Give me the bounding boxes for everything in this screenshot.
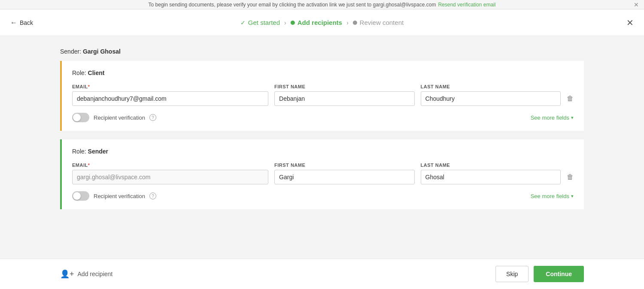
sender-name: Gargi Ghosal bbox=[83, 48, 121, 55]
steps-container: ✓ Get started › Add recipients › Review … bbox=[240, 19, 404, 26]
step-add-recipients: Add recipients bbox=[291, 19, 342, 26]
step-chevron-1: › bbox=[284, 19, 286, 26]
close-notification-icon[interactable]: ✕ bbox=[634, 1, 639, 8]
email-required-sender: * bbox=[88, 163, 90, 168]
delete-recipient-client-icon[interactable]: 🗑 bbox=[567, 95, 574, 106]
card-footer-client: Recipient verification ? See more fields… bbox=[72, 113, 574, 122]
step-chevron-2: › bbox=[346, 19, 349, 26]
footer-actions: Skip Continue bbox=[495, 266, 584, 282]
verification-label-client: Recipient verification bbox=[94, 114, 145, 121]
close-modal-icon[interactable]: ✕ bbox=[626, 18, 634, 27]
delete-recipient-sender-icon[interactable]: 🗑 bbox=[567, 173, 574, 184]
chevron-down-icon-sender: ▾ bbox=[571, 193, 574, 199]
back-arrow-icon: ← bbox=[10, 19, 17, 27]
verification-toggle-switch-client[interactable] bbox=[72, 113, 89, 122]
lastname-field-group-client: LAST NAME bbox=[421, 84, 561, 106]
lastname-field-group-sender: LAST NAME bbox=[421, 163, 561, 184]
role-label-client: Role: Client bbox=[72, 69, 574, 76]
skip-button[interactable]: Skip bbox=[495, 266, 529, 282]
firstname-label-sender: FIRST NAME bbox=[274, 163, 414, 168]
modal-body: Sender: Gargi Ghosal Role: Client EMAIL*… bbox=[0, 36, 644, 259]
lastname-input-sender[interactable] bbox=[421, 170, 561, 184]
toggle-knob-sender bbox=[73, 192, 81, 200]
see-more-label-client: See more fields bbox=[531, 114, 569, 121]
email-field-group-sender: EMAIL* bbox=[72, 163, 268, 184]
email-field-group-client: EMAIL* bbox=[72, 84, 268, 106]
step-get-started-label: Get started bbox=[248, 19, 280, 26]
firstname-input-client[interactable] bbox=[274, 91, 414, 106]
add-recipient-button[interactable]: 👤+ Add recipient bbox=[60, 269, 112, 279]
help-icon-client[interactable]: ? bbox=[149, 114, 156, 121]
email-input-sender[interactable] bbox=[72, 170, 268, 184]
step-review-content-label: Review content bbox=[360, 19, 404, 26]
sender-info: Sender: Gargi Ghosal bbox=[60, 48, 584, 55]
role-name-sender: Sender bbox=[88, 148, 108, 155]
modal-header: ← Back ✓ Get started › Add recipients › … bbox=[0, 9, 644, 36]
notification-text: To begin sending documents, please verif… bbox=[149, 2, 436, 8]
sender-prefix: Sender: bbox=[60, 48, 81, 55]
see-more-fields-sender[interactable]: See more fields ▾ bbox=[531, 193, 574, 199]
modal-footer: 👤+ Add recipient Skip Continue bbox=[0, 259, 644, 289]
modal: ← Back ✓ Get started › Add recipients › … bbox=[0, 9, 644, 289]
email-input-client[interactable] bbox=[72, 91, 268, 106]
firstname-label-client: FIRST NAME bbox=[274, 84, 414, 89]
lastname-label-client: LAST NAME bbox=[421, 84, 561, 89]
inactive-dot-icon bbox=[353, 21, 357, 25]
firstname-field-group-client: FIRST NAME bbox=[274, 84, 414, 106]
notification-bar: To begin sending documents, please verif… bbox=[0, 0, 644, 9]
verification-toggle-switch-sender[interactable] bbox=[72, 191, 89, 201]
step-review-content: Review content bbox=[353, 19, 404, 26]
lastname-input-client[interactable] bbox=[421, 91, 561, 106]
fields-row-client: EMAIL* FIRST NAME LAST NAME 🗑 bbox=[72, 84, 574, 106]
email-label-client: EMAIL* bbox=[72, 84, 268, 89]
see-more-fields-client[interactable]: See more fields ▾ bbox=[531, 114, 574, 121]
active-dot-icon bbox=[291, 21, 295, 25]
back-label: Back bbox=[20, 19, 33, 26]
help-icon-sender[interactable]: ? bbox=[149, 193, 156, 199]
continue-button[interactable]: Continue bbox=[534, 266, 584, 282]
role-name-client: Client bbox=[88, 69, 105, 76]
verification-toggle-client: Recipient verification ? bbox=[72, 113, 156, 122]
card-footer-sender: Recipient verification ? See more fields… bbox=[72, 191, 574, 201]
email-label-sender: EMAIL* bbox=[72, 163, 268, 168]
firstname-field-group-sender: FIRST NAME bbox=[274, 163, 414, 184]
back-button[interactable]: ← Back bbox=[10, 19, 33, 27]
add-recipient-label: Add recipient bbox=[78, 271, 113, 277]
toggle-knob-client bbox=[73, 114, 81, 121]
email-required-client: * bbox=[88, 84, 90, 89]
check-icon: ✓ bbox=[240, 19, 246, 26]
step-get-started: ✓ Get started bbox=[240, 19, 280, 26]
verification-label-sender: Recipient verification bbox=[94, 193, 145, 199]
step-add-recipients-label: Add recipients bbox=[298, 19, 342, 26]
role-label-sender: Role: Sender bbox=[72, 148, 574, 155]
firstname-input-sender[interactable] bbox=[274, 170, 414, 184]
lastname-label-sender: LAST NAME bbox=[421, 163, 561, 168]
chevron-down-icon-client: ▾ bbox=[571, 115, 574, 120]
add-recipient-icon: 👤+ bbox=[60, 269, 74, 279]
recipient-card-sender: Role: Sender EMAIL* FIRST NAME LAST NAME bbox=[60, 139, 584, 209]
resend-link[interactable]: Resend verification email bbox=[438, 2, 495, 8]
fields-row-sender: EMAIL* FIRST NAME LAST NAME 🗑 bbox=[72, 163, 574, 184]
verification-toggle-sender: Recipient verification ? bbox=[72, 191, 156, 201]
see-more-label-sender: See more fields bbox=[531, 193, 569, 199]
recipient-card-client: Role: Client EMAIL* FIRST NAME LAST NAME bbox=[60, 61, 584, 131]
